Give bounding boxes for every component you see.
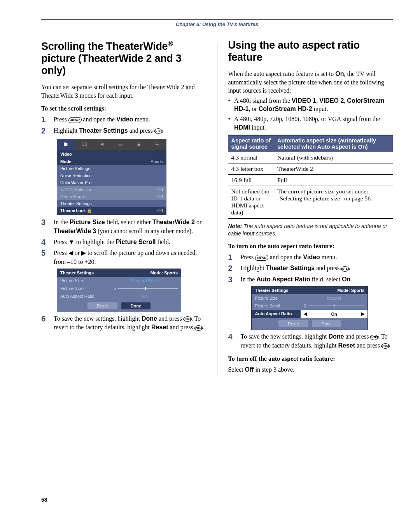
t: Mode: Sports	[337, 288, 364, 293]
t: and open the	[268, 254, 303, 260]
table-row: 4:3 letter boxTheaterWide 2	[228, 163, 393, 175]
t: HDMI	[234, 124, 250, 131]
bullet-1: A 480i signal from the VIDEO 1, VIDEO 2,…	[228, 97, 393, 113]
step-text: Press ▼ to highlight the Picture Scroll …	[54, 238, 206, 246]
left-steps: 1 Press MENU and open the Video menu. 2 …	[41, 115, 206, 135]
step-num: 1	[41, 115, 48, 124]
step-text: Press MENU and open the Video menu.	[54, 115, 206, 124]
t: .	[162, 127, 164, 134]
t: (you cannot scroll in any other mode).	[96, 228, 193, 234]
t: .	[349, 265, 350, 271]
t: or	[195, 219, 201, 225]
row-auto-aspect: Auto Aspect Ratio ◀ On ▶	[252, 310, 368, 318]
t: Press	[54, 239, 68, 245]
row-picture-scroll: Picture Scroll 0	[252, 302, 368, 310]
aspect-ratio-table: Aspect ratio of signal source Automatic …	[228, 135, 393, 219]
t: , or	[248, 105, 258, 112]
t: Off	[245, 366, 254, 373]
menu-header: Video	[57, 150, 166, 158]
t: On	[342, 276, 350, 283]
two-column-layout: Scrolling the TheaterWide® picture (Thea…	[41, 39, 393, 376]
t: and press	[344, 333, 370, 340]
page: Chapter 6: Using the TV's features Scrol…	[0, 0, 420, 376]
left-subhead: To set the scroll settings:	[41, 105, 206, 112]
table-row: 16:9 fullFull	[228, 175, 393, 186]
left-steps-cont: 3 In the Picture Size field, select eith…	[41, 218, 206, 266]
t: Theater Settings	[79, 127, 128, 134]
t: To save the new settings, highlight	[54, 315, 142, 322]
step-1: 1 Press MENU and open the Video menu.	[41, 115, 206, 124]
right-arrow-icon: ▶	[361, 311, 364, 316]
t: menu.	[320, 254, 337, 260]
step-text: Press MENU and open the Video menu.	[240, 253, 393, 262]
t: or	[73, 249, 81, 256]
slider-value: -5	[112, 286, 116, 291]
menu-row: ColorMaster Pro	[57, 179, 166, 186]
step-num: 4	[228, 332, 235, 341]
table-header-row: Aspect ratio of signal source Automatic …	[228, 135, 393, 152]
right-column: Using the auto aspect ratio feature When…	[228, 39, 393, 376]
menu-row: Theater Settings	[57, 200, 166, 207]
done-button: Done	[312, 320, 341, 327]
step-num: 3	[41, 218, 48, 227]
t: Video	[116, 116, 133, 123]
t: in step 3 above.	[254, 366, 294, 373]
right-title: Using the auto aspect ratio feature	[228, 39, 393, 63]
t: TheaterWide 2	[152, 219, 195, 225]
left-title: Scrolling the TheaterWide® picture (Thea…	[41, 39, 206, 77]
t: and press	[315, 265, 341, 271]
audio-tab-icon	[93, 141, 112, 149]
t: Theater Settings	[60, 270, 94, 275]
t: .	[350, 276, 352, 283]
t: VIDEO 1	[292, 97, 316, 104]
t: Picture Scroll	[252, 302, 300, 310]
t: Mode: Sports	[150, 270, 178, 275]
subhead-off: To turn off the auto aspect ratio featur…	[228, 355, 393, 362]
settings-tab-icon	[112, 141, 130, 149]
step-text: In the Auto Aspect Ratio field, select O…	[240, 275, 393, 284]
menu-key-icon: MENU	[255, 255, 269, 261]
step-text: Highlight Theater Settings and press ENT…	[54, 126, 206, 135]
t: In the	[240, 276, 256, 283]
dialog-buttons: Reset Done	[252, 318, 368, 330]
note-label: Note:	[228, 223, 242, 229]
t: Press	[240, 254, 255, 260]
t: Press	[54, 249, 68, 256]
enter-key-icon: ENTER	[382, 343, 389, 349]
svg-rect-1	[64, 143, 66, 143]
t: .	[389, 342, 391, 349]
t: Natural	[301, 294, 368, 302]
bullet-list: A 480i signal from the VIDEO 1, VIDEO 2,…	[228, 97, 393, 132]
slider-track	[118, 288, 178, 289]
table-row: Not defined (no ID-1 data or HDMI aspect…	[228, 186, 393, 219]
menu-row: TheaterLock 🔒Off	[57, 207, 166, 214]
t: Picture Size	[252, 294, 300, 302]
t: and open the	[81, 116, 116, 123]
t: Video	[303, 254, 320, 260]
registered-mark: ®	[168, 39, 173, 47]
t: TheaterWide 3	[54, 228, 96, 234]
enter-key-icon: ENTER	[370, 335, 378, 340]
t: ,	[316, 97, 319, 104]
table-row: 4:3 normalNatural (with sidebars)	[228, 152, 393, 163]
step-text: To save the new settings, highlight Done…	[54, 314, 206, 332]
t: Picture Scroll	[57, 284, 109, 292]
enter-key-icon: ENTER	[184, 316, 191, 322]
t: and press	[168, 324, 195, 330]
t: Highlight	[240, 265, 266, 271]
rstep-2: 2 Highlight Theater Settings and press E…	[228, 264, 393, 272]
gear-tab-icon	[148, 141, 166, 149]
t: To save the new settings, highlight	[240, 333, 328, 340]
theater-settings-screenshot-1: Theater Settings Mode: Sports Picture Si…	[57, 269, 181, 312]
row-picture-size: Picture Size Natural	[252, 294, 368, 302]
t: Auto Aspect Ratio	[252, 310, 300, 318]
lock-tab-icon	[130, 141, 148, 149]
slider: -5	[109, 284, 181, 292]
svg-point-5	[156, 144, 158, 145]
right-p1: When the auto aspect ratio feature is se…	[228, 70, 393, 95]
t: menu.	[133, 116, 150, 123]
t: On	[331, 312, 337, 316]
page-number: 58	[41, 497, 47, 503]
left-arrow-icon: ◀	[68, 249, 73, 256]
step-text: To save the new settings, highlight Done…	[240, 332, 393, 350]
